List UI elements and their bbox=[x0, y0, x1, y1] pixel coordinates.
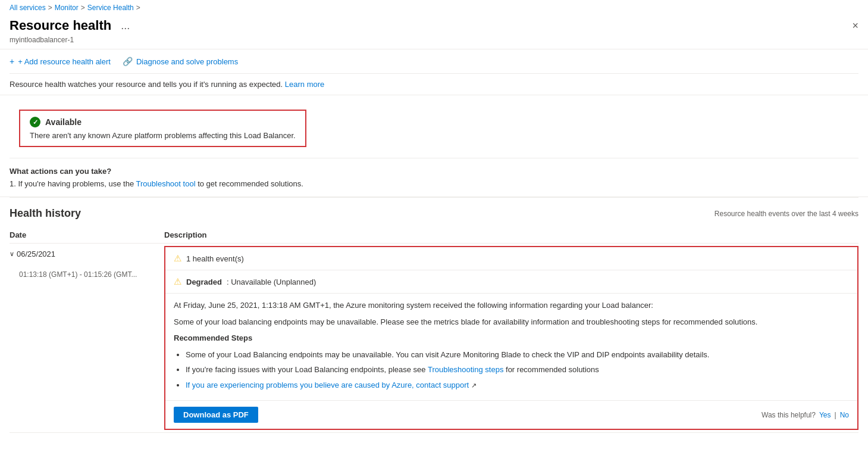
bullet1-text: Some of your Load Balancing endpoints ma… bbox=[186, 350, 709, 359]
table-header: Date Description bbox=[10, 227, 858, 244]
resource-subtitle: myintloadbalancer-1 bbox=[0, 36, 868, 49]
diagnose-icon: 🔗 bbox=[123, 57, 133, 66]
breadcrumb-sep2: > bbox=[81, 4, 85, 12]
diagnose-label: Diagnose and solve problems bbox=[136, 57, 238, 66]
bullet-item-1: Some of your Load Balancing endpoints ma… bbox=[186, 349, 849, 361]
warn-icon-2: ⚠ bbox=[174, 276, 181, 287]
diagnose-button[interactable]: 🔗 Diagnose and solve problems bbox=[123, 54, 238, 68]
contact-support-link[interactable]: If you are experiencing problems you bel… bbox=[186, 381, 469, 389]
yes-link[interactable]: Yes bbox=[819, 411, 831, 419]
bullet-item-3: If you are experiencing problems you bel… bbox=[186, 379, 849, 391]
check-icon: ✓ bbox=[30, 117, 40, 127]
external-link-icon: ↗ bbox=[471, 382, 477, 389]
chevron-icon[interactable]: ∨ bbox=[10, 250, 14, 258]
add-alert-button[interactable]: + + Add resource health alert bbox=[10, 54, 111, 68]
history-section: Health history Resource health events ov… bbox=[0, 198, 868, 433]
page-header: Resource health ... × bbox=[0, 15, 868, 36]
bullet-item-2: If you're facing issues with your Load B… bbox=[186, 364, 849, 376]
bullet-list: Some of your Load Balancing endpoints ma… bbox=[174, 349, 849, 391]
date-cell: ∨ 06/25/2021 bbox=[10, 244, 164, 264]
body-text-1: At Friday, June 25, 2021, 1:13:18 AM GMT… bbox=[174, 300, 849, 311]
info-bar: Resource health watches your resource an… bbox=[0, 74, 868, 95]
toolbar: + + Add resource health alert 🔗 Diagnose… bbox=[0, 49, 868, 73]
actions-list: 1. If you're having problems, use the Tr… bbox=[10, 179, 858, 188]
add-alert-label: + Add resource health alert bbox=[18, 57, 111, 66]
plus-icon: + bbox=[10, 57, 14, 66]
col-date: Date bbox=[10, 230, 164, 239]
breadcrumb-monitor[interactable]: Monitor bbox=[55, 4, 79, 12]
history-subtitle: Resource health events over the last 4 w… bbox=[715, 210, 858, 218]
breadcrumb: All services > Monitor > Service Health … bbox=[0, 0, 868, 15]
event-footer: Download as PDF Was this helpful? Yes | … bbox=[165, 400, 857, 429]
event-body: At Friday, June 25, 2021, 1:13:18 AM GMT… bbox=[165, 294, 857, 400]
breadcrumb-service-health[interactable]: Service Health bbox=[87, 4, 134, 12]
recommended-steps-label: Recommended Steps bbox=[174, 332, 849, 344]
no-link[interactable]: No bbox=[840, 411, 849, 419]
col-description: Description bbox=[164, 230, 858, 239]
event-box: ⚠ 1 health event(s) ⚠ Degraded : Unavail… bbox=[164, 246, 858, 430]
troubleshoot-link[interactable]: Troubleshoot tool bbox=[136, 179, 196, 188]
bullet2-suffix: for recommended solutions bbox=[506, 365, 599, 374]
event-header: ⚠ 1 health event(s) bbox=[165, 247, 857, 270]
event-degraded-row: ⚠ Degraded : Unavailable (Unplanned) bbox=[165, 270, 857, 294]
available-label: Available bbox=[45, 117, 82, 127]
action-item-suffix: to get recommended solutions. bbox=[198, 179, 303, 188]
status-box: ✓ Available There aren't any known Azure… bbox=[19, 110, 306, 147]
actions-section: What actions can you take? 1. If you're … bbox=[0, 158, 868, 197]
learn-more-link[interactable]: Learn more bbox=[285, 80, 324, 89]
action-item-prefix: 1. If you're having problems, use the bbox=[10, 179, 136, 188]
date-value: 06/25/2021 bbox=[17, 250, 55, 258]
helpful-text: Was this helpful? bbox=[762, 411, 816, 419]
degraded-label: Degraded bbox=[186, 277, 222, 286]
helpful-section: Was this helpful? Yes | No bbox=[762, 411, 849, 419]
close-button[interactable]: × bbox=[852, 20, 858, 32]
event-count: 1 health event(s) bbox=[186, 254, 244, 263]
desc-cell: ⚠ 1 health event(s) ⚠ Degraded : Unavail… bbox=[164, 244, 858, 432]
breadcrumb-sep1: > bbox=[48, 4, 52, 12]
more-options-button[interactable]: ... bbox=[117, 18, 133, 33]
troubleshooting-steps-link[interactable]: Troubleshooting steps bbox=[428, 365, 503, 374]
status-section: ✓ Available There aren't any known Azure… bbox=[0, 95, 868, 158]
breadcrumb-all-services[interactable]: All services bbox=[10, 4, 46, 12]
history-title: Health history bbox=[10, 207, 81, 220]
bullet2-prefix: If you're facing issues with your Load B… bbox=[186, 365, 426, 374]
info-text: Resource health watches your resource an… bbox=[10, 80, 283, 89]
table-row: ∨ 06/25/2021 01:13:18 (GMT+1) - 01:15:26… bbox=[10, 244, 858, 433]
download-pdf-button[interactable]: Download as PDF bbox=[174, 407, 258, 423]
page-title: Resource health bbox=[10, 18, 111, 33]
body-text-2: Some of your load balancing endpoints ma… bbox=[174, 316, 849, 328]
breadcrumb-sep3: > bbox=[136, 4, 140, 12]
degraded-status: : Unavailable (Unplanned) bbox=[227, 277, 316, 286]
warn-icon-1: ⚠ bbox=[174, 253, 181, 264]
actions-title: What actions can you take? bbox=[10, 167, 858, 176]
time-cell: 01:13:18 (GMT+1) - 01:15:26 (GMT... bbox=[10, 264, 164, 285]
status-description: There aren't any known Azure platform pr… bbox=[30, 131, 296, 140]
